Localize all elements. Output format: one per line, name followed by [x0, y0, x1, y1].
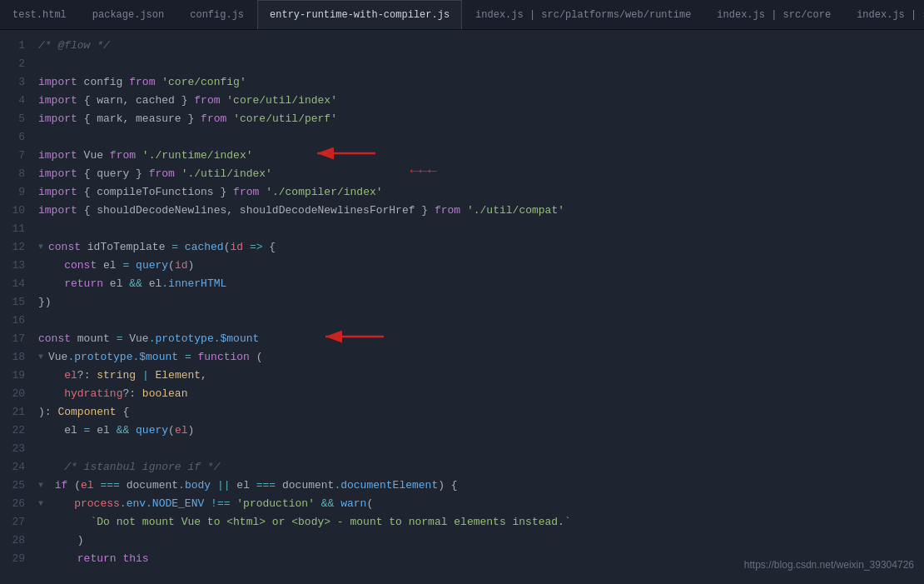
code-line-8: import { query } from './util/index': [38, 165, 924, 183]
code-line-4: import { warn, cached } from 'core/util/…: [38, 92, 924, 110]
tab-bar: test.html package.json config.js entry-r…: [0, 0, 924, 30]
code-line-27: `Do not mount Vue to <html> or <body> - …: [38, 513, 924, 532]
code-line-22: el = el && query(el): [38, 422, 924, 440]
code-line-18: ▼Vue.prototype.$mount = function (: [38, 348, 924, 367]
tab-entry-runtime[interactable]: entry-runtime-with-compiler.js: [257, 0, 462, 29]
code-line-15: }): [38, 293, 924, 312]
code-line-21: ): Component {: [38, 403, 924, 422]
code-line-26: ▼ process.env.NODE_ENV !== 'production' …: [38, 495, 924, 513]
code-line-1: /* @flow */: [38, 37, 924, 55]
code-line-7: import Vue from './runtime/index' ←←←: [38, 147, 924, 165]
code-line-6: [38, 128, 924, 147]
code-content: /* @flow */ import config from 'core/con…: [32, 30, 924, 584]
tab-test-html[interactable]: test.html: [0, 0, 79, 29]
tab-index-s[interactable]: index.js | s...: [844, 0, 924, 29]
tab-index-runtime[interactable]: index.js | src/platforms/web/runtime: [463, 0, 703, 29]
code-line-9: import { compileToFunctions } from './co…: [38, 183, 924, 202]
tab-index-core[interactable]: index.js | src/core: [704, 0, 843, 29]
tab-config-js[interactable]: config.js: [177, 0, 256, 29]
tab-package-json[interactable]: package.json: [80, 0, 176, 29]
code-line-11: [38, 220, 924, 238]
code-line-13: const el = query(id): [38, 257, 924, 275]
code-line-16: [38, 312, 924, 330]
code-line-25: ▼ if (el === document.body || el === doc…: [38, 477, 924, 495]
code-line-14: return el && el.innerHTML: [38, 275, 924, 293]
code-line-5: import { mark, measure } from 'core/util…: [38, 110, 924, 128]
code-area: 1 2 3 4 5 6 7 8 9 10 11 12 13 14 15 16 1…: [0, 30, 924, 584]
line-numbers: 1 2 3 4 5 6 7 8 9 10 11 12 13 14 15 16 1…: [0, 30, 32, 584]
code-line-10: import { shouldDecodeNewlines, shouldDec…: [38, 202, 924, 220]
code-line-28: ): [38, 532, 924, 550]
code-line-24: /* istanbul ignore if */: [38, 458, 924, 477]
code-line-20: hydrating?: boolean: [38, 385, 924, 403]
code-line-23: [38, 440, 924, 458]
code-line-3: import config from 'core/config': [38, 73, 924, 92]
code-line-19: el?: string | Element,: [38, 367, 924, 385]
code-line-17: const mount = Vue.prototype.$mount: [38, 330, 924, 348]
code-line-2: [38, 55, 924, 73]
code-line-12: ▼const idToTemplate = cached(id => {: [38, 238, 924, 257]
watermark: https://blog.csdn.net/weixin_39304726: [744, 556, 914, 574]
